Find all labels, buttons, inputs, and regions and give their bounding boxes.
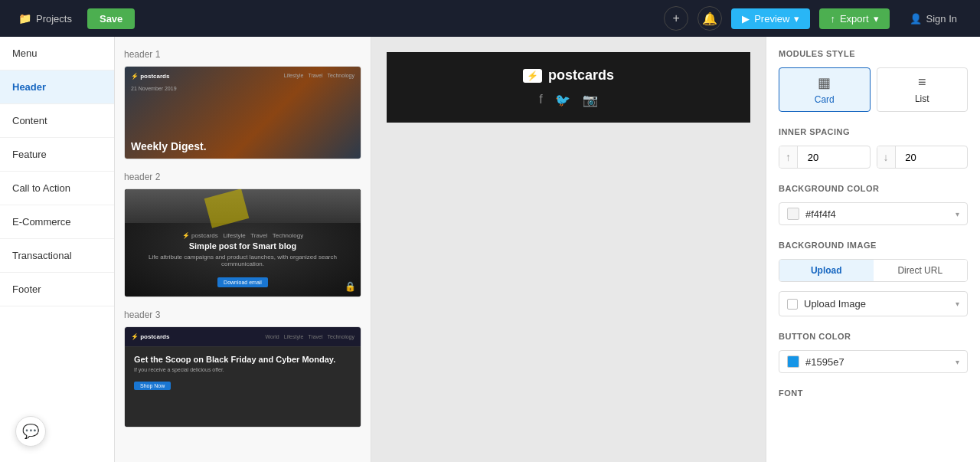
sidebar-item-content[interactable]: Content [0,104,114,138]
preview-chevron-icon: ▾ [794,13,799,25]
templates-panel: header 1 ⚡ postcards LifestyleTravelTech… [115,37,371,462]
email-canvas: ⚡ postcards f 🐦 📷 [387,52,750,123]
upload-checkbox[interactable] [787,299,798,310]
export-button[interactable]: ↑ Export ▾ [819,8,889,29]
left-sidebar: Menu Header Content Feature Call to Acti… [0,37,115,462]
add-button[interactable]: + [664,6,688,31]
chat-icon: 💬 [22,423,39,440]
upload-image-row[interactable]: Upload Image ▾ [779,291,968,316]
chat-button[interactable]: 💬 [15,416,46,447]
spacing-bottom-input[interactable]: ↓ [877,146,969,169]
arrow-down-icon: ↓ [877,146,896,168]
upload-image-label: Upload Image [804,298,956,310]
style-toggle-group: ▦ Card ≡ List [779,67,968,112]
bg-color-chevron-icon: ▾ [956,210,959,218]
projects-button[interactable]: 📁 Projects [12,9,78,28]
direct-url-tab-button[interactable]: Direct URL [874,260,968,281]
facebook-icon: f [539,93,542,107]
card-icon: ▦ [818,74,831,91]
upload-tab-button[interactable]: Upload [779,260,874,281]
arrow-up-icon: ↑ [779,146,798,168]
inner-spacing-title: INNER SPACING [779,127,968,136]
folder-icon: 📁 [18,12,31,25]
email-header-block: ⚡ postcards f 🐦 📷 [387,52,750,123]
email-logo: ⚡ postcards [523,67,614,84]
export-chevron-icon: ▾ [874,13,879,25]
spacing-top-input[interactable]: ↑ [779,146,871,169]
save-button[interactable]: Save [87,8,135,29]
bg-color-swatch [787,208,799,220]
template-preview-1: ⚡ postcards LifestyleTravelTechnology 21… [125,67,361,159]
button-color-title: BUTTON COLOR [779,332,968,341]
main-layout: Menu Header Content Feature Call to Acti… [0,37,980,462]
list-style-button[interactable]: ≡ List [877,67,969,112]
notification-button[interactable]: 🔔 [697,6,722,31]
template-card-2[interactable]: ⚡ postcards Lifestyle Travel Technology … [124,188,361,297]
modules-style-title: MODULES STYLE [779,49,968,58]
instagram-icon: 📷 [583,93,598,107]
spacing-top-value[interactable] [798,147,828,168]
template-section-label-2: header 2 [124,172,361,182]
card-style-button[interactable]: ▦ Card [779,67,871,112]
bg-image-toggle: Upload Direct URL [779,259,968,282]
template-preview-2: ⚡ postcards Lifestyle Travel Technology … [125,189,361,297]
user-icon: 👤 [910,13,922,25]
upload-chevron-icon: ▾ [956,300,959,308]
btn-color-swatch [787,356,799,368]
inner-spacing-row: ↑ ↓ [779,146,968,169]
bg-color-title: BACKGROUND COLOR [779,184,968,193]
sidebar-item-call-to-action[interactable]: Call to Action [0,172,114,205]
template-preview-3: ⚡ postcards WorldLifestyleTravelTechnolo… [125,327,361,427]
template-section-label-3: header 3 [124,310,361,320]
canvas-area: ⚡ postcards f 🐦 📷 [371,37,766,462]
topnav: 📁 Projects Save + 🔔 ▶ Preview ▾ ↑ Export… [0,0,980,37]
list-icon: ≡ [918,74,926,90]
bg-image-title: BACKGROUND IMAGE [779,241,968,250]
font-title: FONT [779,388,968,398]
twitter-icon: 🐦 [555,93,570,107]
sidebar-item-footer[interactable]: Footer [0,273,114,306]
right-panel: MODULES STYLE ▦ Card ≡ List INNER SPACIN… [766,37,980,462]
signin-button[interactable]: 👤 Sign In [899,8,968,29]
preview-button[interactable]: ▶ Preview ▾ [731,8,810,29]
template-card-3[interactable]: ⚡ postcards WorldLifestyleTravelTechnolo… [124,326,361,428]
email-social-icons: f 🐦 📷 [539,93,597,107]
preview-icon: ▶ [742,13,750,25]
btn-color-chevron-icon: ▾ [956,358,959,366]
btn-color-value: #1595e7 [805,356,956,368]
sidebar-item-transactional[interactable]: Transactional [0,239,114,273]
export-icon: ↑ [830,13,835,25]
bg-color-value: #f4f4f4 [805,208,956,220]
sidebar-item-header[interactable]: Header [0,70,114,104]
template-card-1[interactable]: ⚡ postcards LifestyleTravelTechnology 21… [124,66,361,159]
button-color-picker[interactable]: #1595e7 ▾ [779,350,968,373]
spacing-bottom-value[interactable] [896,147,926,168]
sidebar-item-menu[interactable]: Menu [0,37,114,70]
bg-color-picker[interactable]: #f4f4f4 ▾ [779,202,968,225]
sidebar-item-feature[interactable]: Feature [0,138,114,172]
projects-label: Projects [36,13,72,25]
sidebar-item-ecommerce[interactable]: E-Commerce [0,205,114,239]
template-section-label-1: header 1 [124,49,361,60]
